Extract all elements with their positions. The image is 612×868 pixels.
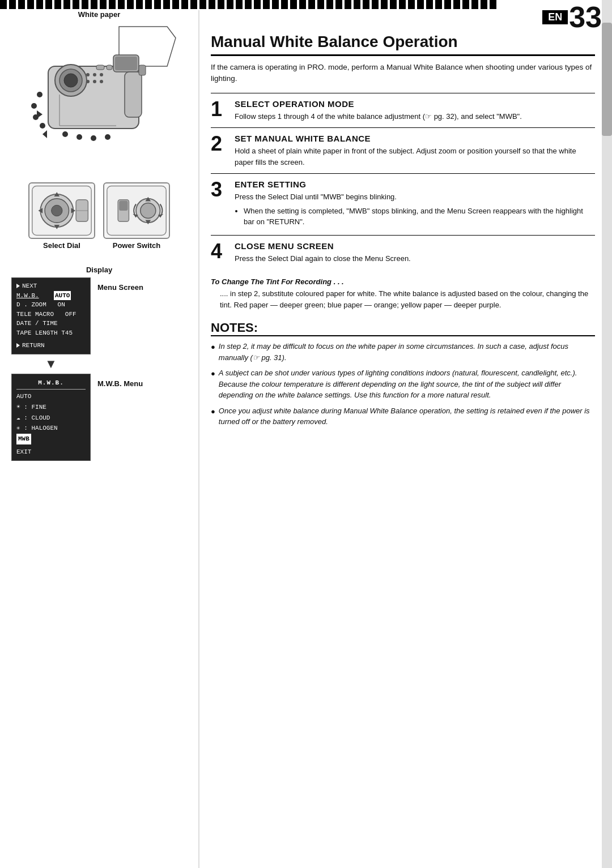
left-column: White paper [0, 10, 193, 868]
select-dial-svg [29, 182, 94, 239]
menu-next-line: NEXT [16, 281, 86, 291]
power-switch-diagram: Power Switch [103, 182, 170, 250]
svg-point-18 [62, 131, 68, 137]
camera-svg [14, 21, 184, 174]
tint-body: .... in step 2, substitute coloured pape… [211, 288, 595, 310]
svg-marker-27 [37, 110, 42, 118]
svg-rect-41 [119, 201, 128, 211]
step-3-body: Press the Select Dial until "MWB" begins… [235, 191, 595, 228]
notes-list: In step 2, it may be difficult to focus … [211, 341, 595, 427]
svg-marker-28 [42, 130, 47, 138]
svg-point-19 [76, 134, 82, 140]
step-4-body: Press the Select Dial again to close the… [235, 253, 595, 264]
step-2-body: Hold a sheet of plain white paper in fro… [235, 146, 595, 168]
step-2-content: Set Manual White Balance Hold a sheet of… [235, 134, 595, 168]
svg-rect-24 [107, 65, 112, 70]
mwb-exit: EXIT [16, 447, 86, 457]
svg-point-11 [86, 80, 90, 83]
svg-point-4 [64, 74, 78, 87]
svg-point-15 [31, 103, 37, 109]
tint-section: To Change The Tint For Recording . . . .… [211, 277, 595, 310]
notes-title: Notes: [211, 320, 595, 336]
svg-point-13 [100, 80, 103, 83]
intro-text: If the camera is operating in PRO. mode,… [211, 62, 595, 85]
step-1: 1 Select Operation Mode Follow steps 1 t… [211, 93, 595, 128]
step-1-body: Follow steps 1 through 4 of the white ba… [235, 111, 595, 122]
svg-point-43 [141, 203, 156, 218]
mwb-selected: MWB [16, 434, 86, 444]
right-column: Manual White Balance Operation If the ca… [198, 10, 612, 868]
step-3-title: Enter Setting [235, 179, 595, 189]
svg-rect-22 [139, 65, 146, 75]
svg-point-17 [40, 123, 45, 129]
step-3-bullets: When the setting is completed, "MWB" sto… [244, 206, 595, 228]
step-3-content: Enter Setting Press the Select Dial unti… [235, 179, 595, 229]
svg-rect-7 [125, 72, 142, 117]
step-3: 3 Enter Setting Press the Select Dial un… [211, 173, 595, 235]
menu-tapelength-line: TAPE LENGTH T45 [16, 328, 86, 338]
camera-illustration: White paper [14, 10, 184, 176]
page-en-label: EN [542, 10, 568, 24]
display-section: Display NEXT M.W.B. AUTO D . ZOOM ON TEL… [11, 266, 187, 461]
mwb-menu-box: M.W.B. AUTO ☀ : FINE ☁ : CLOUD ✳ : HALOG… [11, 374, 91, 461]
step-3-number: 3 [211, 179, 229, 229]
main-title: Manual White Balance Operation [211, 33, 595, 56]
step-2: 2 Set Manual White Balance Hold a sheet … [211, 127, 595, 173]
step-1-number: 1 [211, 99, 229, 122]
scrollbar[interactable] [602, 0, 612, 868]
svg-point-12 [93, 80, 96, 83]
select-dial-diagram: Select Dial [28, 182, 95, 250]
mwb-auto: AUTO [16, 391, 86, 402]
note-2: A subject can be shot under various type… [211, 367, 595, 401]
step-4-content: Close Menu Screen Press the Select Dial … [235, 241, 595, 264]
step-4-number: 4 [211, 241, 229, 264]
tint-title: To Change The Tint For Recording . . . [211, 277, 595, 286]
camera-diagrams-row: Select Dial [11, 182, 187, 250]
svg-point-10 [100, 73, 103, 76]
step-4: 4 Close Menu Screen Press the Select Dia… [211, 235, 595, 270]
menu-screen-label: Menu Screen [97, 277, 143, 292]
mwb-cloud: ☁ : CLOUD [16, 413, 86, 424]
menu-telemacro-line: TELE MACRO OFF [16, 310, 86, 319]
mwb-menu-label: M.W.B. Menu [97, 374, 143, 388]
menu-mwb-line: M.W.B. AUTO [16, 291, 86, 301]
menu-return-line: RETURN [16, 341, 86, 350]
select-dial-label: Select Dial [28, 241, 95, 250]
white-paper-label: White paper [14, 10, 184, 19]
note-1: In step 2, it may be difficult to focus … [211, 341, 595, 363]
step-1-title: Select Operation Mode [235, 99, 595, 109]
page-number: 33 [569, 2, 602, 32]
power-switch-svg [104, 182, 169, 239]
scroll-thumb[interactable] [602, 23, 612, 136]
display-title: Display [11, 266, 187, 274]
svg-point-20 [91, 135, 96, 141]
menu-datetime-line: DATE / TIME [16, 319, 86, 328]
svg-rect-23 [96, 65, 104, 70]
svg-point-32 [52, 205, 62, 216]
menu-screen-box: NEXT M.W.B. AUTO D . ZOOM ON TELE MACRO … [11, 277, 91, 354]
mwb-fine: ☀ : FINE [16, 402, 86, 413]
svg-point-9 [93, 73, 96, 76]
step-1-content: Select Operation Mode Follow steps 1 thr… [235, 99, 595, 122]
menu-dzoom-line: D . ZOOM ON [16, 300, 86, 310]
step-3-body-text: Press the Select Dial until "MWB" begins… [235, 193, 397, 201]
svg-point-21 [105, 134, 110, 140]
power-switch-label: Power Switch [103, 241, 170, 250]
svg-point-14 [37, 92, 42, 97]
step-3-bullet-1: When the setting is completed, "MWB" sto… [244, 206, 595, 228]
mwb-title: M.W.B. [16, 378, 86, 390]
step-2-number: 2 [211, 134, 229, 168]
step-2-title: Set Manual White Balance [235, 134, 595, 143]
svg-point-8 [86, 73, 90, 76]
mwb-halogen: ✳ : HALOGEN [16, 423, 86, 434]
mwb-menu-row: M.W.B. AUTO ☀ : FINE ☁ : CLOUD ✳ : HALOG… [11, 374, 187, 461]
notes-section: Notes: In step 2, it may be difficult to… [211, 320, 595, 427]
down-arrow-icon: ▼ [11, 357, 91, 371]
menu-screen-row: NEXT M.W.B. AUTO D . ZOOM ON TELE MACRO … [11, 277, 187, 354]
step-4-title: Close Menu Screen [235, 241, 595, 251]
svg-rect-6 [115, 57, 137, 70]
note-3: Once you adjust white balance during Man… [211, 405, 595, 427]
